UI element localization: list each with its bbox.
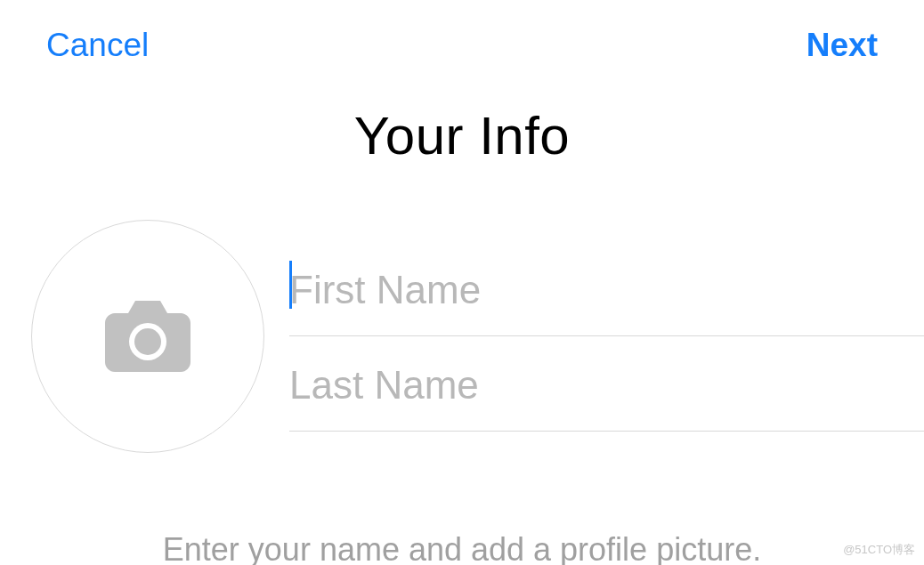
text-cursor	[289, 261, 292, 309]
cancel-button[interactable]: Cancel	[46, 27, 149, 64]
last-name-input[interactable]	[289, 363, 924, 408]
first-name-row	[289, 241, 924, 336]
form-area	[0, 220, 924, 453]
svg-point-1	[134, 328, 161, 355]
camera-icon	[105, 301, 190, 372]
first-name-input[interactable]	[289, 268, 924, 312]
name-fields	[289, 241, 924, 432]
next-button[interactable]: Next	[806, 27, 878, 64]
header-bar: Cancel Next	[0, 0, 924, 64]
add-photo-button[interactable]	[31, 220, 264, 453]
last-name-row	[289, 336, 924, 432]
watermark-text: @51CTO博客	[843, 542, 915, 558]
hint-text: Enter your name and add a profile pictur…	[0, 531, 924, 565]
page-title: Your Info	[0, 105, 924, 166]
